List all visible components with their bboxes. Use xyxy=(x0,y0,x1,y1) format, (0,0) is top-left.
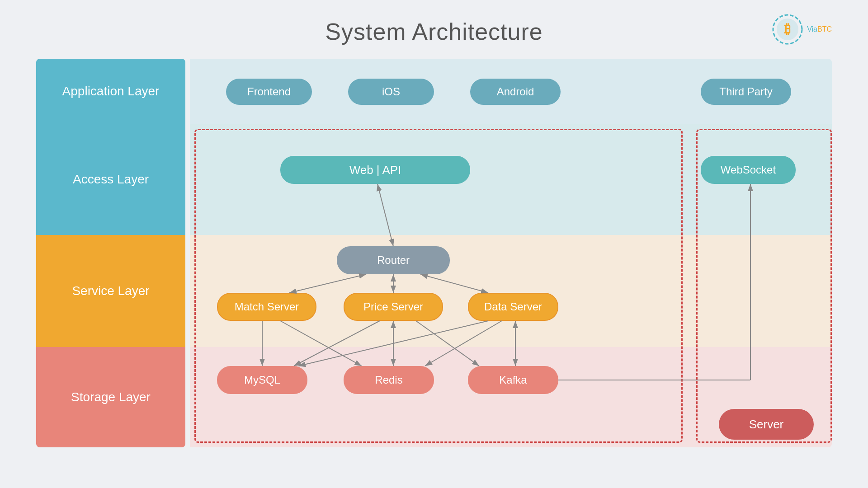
logo-btc-text: BTC xyxy=(817,25,832,33)
page-container: System Architecture ₿ Via BTC Applicatio… xyxy=(0,0,868,488)
match-server-node: Match Server xyxy=(217,293,316,321)
price-server-node: Price Server xyxy=(344,293,443,321)
frontend-node: Frontend xyxy=(226,79,312,105)
redis-node: Redis xyxy=(344,366,434,394)
svg-text:₿: ₿ xyxy=(784,22,791,36)
page-title: System Architecture xyxy=(325,18,542,45)
storage-layer-label: Storage Layer xyxy=(36,347,185,447)
mysql-node: MySQL xyxy=(217,366,307,394)
server-node: Server xyxy=(719,409,814,440)
zone-service-bg xyxy=(190,235,832,347)
websocket-node: WebSocket xyxy=(701,156,796,184)
android-node: Android xyxy=(470,79,561,105)
logo-via-text: Via xyxy=(807,25,817,33)
application-layer-label: Application Layer xyxy=(36,59,185,124)
content-area: Frontend iOS Android Third Party Web | A… xyxy=(190,59,832,447)
ios-node: iOS xyxy=(348,79,434,105)
architecture-diagram: Application Layer Access Layer Service L… xyxy=(36,59,832,447)
third-party-node: Third Party xyxy=(701,79,791,105)
web-api-node: Web | API xyxy=(280,156,470,184)
logo-area: ₿ Via BTC xyxy=(772,14,832,45)
data-server-node: Data Server xyxy=(468,293,558,321)
router-node: Router xyxy=(337,246,450,274)
service-layer-label: Service Layer xyxy=(36,235,185,347)
kafka-node: Kafka xyxy=(468,366,558,394)
layer-labels: Application Layer Access Layer Service L… xyxy=(36,59,185,447)
access-layer-label: Access Layer xyxy=(36,124,185,235)
header: System Architecture ₿ Via BTC xyxy=(0,0,868,59)
bitcoin-icon: ₿ xyxy=(772,14,803,45)
